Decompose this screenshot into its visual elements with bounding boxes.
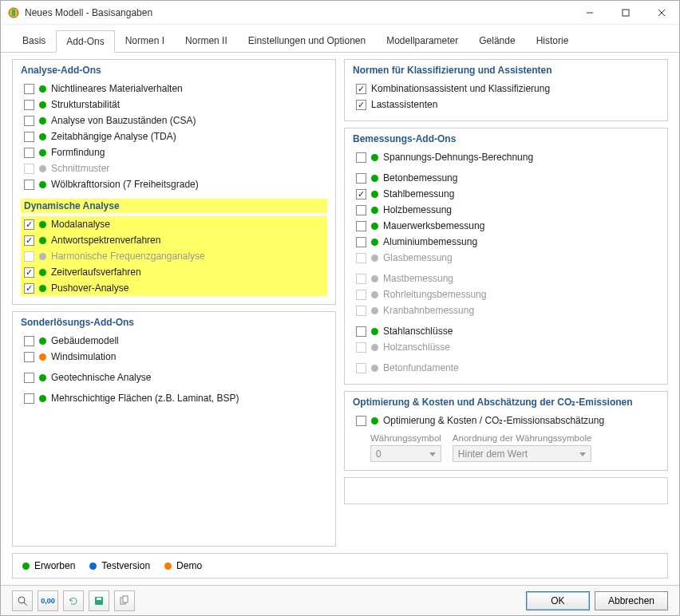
status-dot-icon — [39, 101, 46, 109]
cancel-button[interactable]: Abbrechen — [595, 591, 668, 610]
addon-label: Antwortspektrenverfahren — [51, 235, 160, 246]
group-bemessungs-addons: Bemessungs-Add-Ons Spannungs-Dehnungs-Be… — [344, 128, 668, 385]
addon-row: Gebäudemodell — [21, 333, 327, 349]
tab-normen-i[interactable]: Normen I — [115, 30, 175, 52]
addon-row: Optimierung & Kosten / CO₂-Emissionsabsc… — [353, 413, 659, 428]
addon-row: Aluminiumbemessung — [353, 234, 659, 250]
checkbox[interactable] — [24, 116, 34, 126]
addon-label: Windsimulation — [51, 351, 116, 362]
legend-testversion: Testversion — [101, 560, 150, 571]
addon-row: Glasbemessung — [353, 250, 659, 266]
legend-dot-blue — [89, 563, 97, 570]
tab-einstellungen-und-optionen[interactable]: Einstellungen und Optionen — [238, 30, 376, 52]
status-dot-icon — [371, 223, 378, 230]
status-dot-icon — [39, 221, 46, 228]
currency-order-label: Anordnung der Währungssymbole — [453, 433, 592, 443]
checkbox[interactable] — [24, 84, 34, 94]
tool-search-button[interactable] — [12, 590, 33, 611]
tab-historie[interactable]: Historie — [526, 30, 579, 52]
currency-symbol-select[interactable]: 0 — [370, 445, 441, 462]
tab-basis[interactable]: Basis — [12, 30, 56, 52]
group-sonderloesungs-addons: Sonderlösungs-Add-Ons GebäudemodellWinds… — [12, 311, 336, 547]
checkbox[interactable] — [356, 189, 366, 199]
checkbox[interactable] — [356, 326, 366, 337]
tab-gel-nde[interactable]: Gelände — [468, 30, 525, 52]
tool-refresh-button[interactable] — [63, 590, 84, 611]
checkbox — [24, 251, 34, 262]
tool-save-button[interactable] — [89, 590, 109, 611]
tab-modellparameter[interactable]: Modellparameter — [376, 30, 468, 52]
addon-row: Kranbahnbemessung — [353, 302, 659, 318]
checkbox[interactable] — [24, 219, 34, 230]
addon-label: Glasbemessung — [383, 252, 453, 263]
status-dot-icon — [39, 237, 46, 244]
checkbox[interactable] — [356, 152, 366, 163]
status-dot-icon — [371, 191, 378, 198]
legend-dot-green — [22, 563, 30, 570]
checkbox[interactable] — [24, 373, 34, 383]
currency-order-select[interactable]: Hinter dem Wert — [453, 445, 592, 462]
addon-label: Schnittmuster — [51, 163, 109, 174]
checkbox[interactable] — [24, 336, 34, 346]
status-dot-icon — [39, 353, 46, 361]
checkbox — [356, 253, 366, 263]
checkbox[interactable] — [24, 148, 34, 158]
addon-row: Windsimulation — [21, 349, 327, 365]
status-dot-icon — [371, 154, 378, 161]
checkbox[interactable] — [24, 352, 34, 362]
addon-row: Pushover-Analyse — [21, 280, 327, 296]
svg-point-6 — [18, 597, 25, 603]
addon-row: Mehrschichtige Flächen (z.B. Laminat, BS… — [21, 390, 327, 406]
status-dot-icon — [39, 165, 46, 172]
status-dot-icon — [39, 181, 46, 188]
addon-label: Modalanalyse — [51, 219, 110, 230]
checkbox[interactable] — [24, 132, 34, 142]
tab-normen-ii[interactable]: Normen II — [175, 30, 238, 52]
addon-label: Mauerwerksbemessung — [383, 220, 484, 231]
status-dot-icon — [371, 417, 378, 424]
checkbox[interactable] — [356, 84, 366, 94]
status-dot-icon — [39, 117, 46, 124]
svg-rect-1 — [12, 10, 15, 16]
addon-label: Holzbemessung — [383, 204, 452, 215]
svg-line-7 — [24, 602, 27, 606]
tool-copy-button[interactable] — [114, 590, 135, 611]
titlebar: Neues Modell - Basisangaben — [1, 1, 679, 25]
close-button[interactable] — [643, 1, 679, 24]
subtitle-dynamische-analyse: Dynamische Analyse — [21, 199, 327, 213]
checkbox[interactable] — [356, 221, 366, 231]
maximize-button[interactable] — [607, 1, 643, 24]
svg-rect-11 — [123, 596, 128, 602]
status-dot-icon — [39, 269, 46, 276]
addon-label: Gebäudemodell — [51, 335, 119, 346]
addon-row: Mastbemessung — [353, 270, 659, 286]
checkbox[interactable] — [356, 205, 366, 215]
addon-label: Aluminiumbemessung — [383, 236, 477, 247]
checkbox[interactable] — [24, 267, 34, 278]
checkbox[interactable] — [24, 393, 34, 404]
checkbox — [356, 306, 366, 316]
currency-symbol-label: Währungssymbol — [370, 433, 441, 443]
checkbox[interactable] — [356, 416, 366, 426]
tab-add-ons[interactable]: Add-Ons — [56, 30, 114, 53]
status-dot-icon — [39, 253, 46, 260]
checkbox — [356, 342, 366, 353]
checkbox[interactable] — [24, 180, 34, 190]
status-dot-icon — [39, 338, 46, 345]
addon-row: Strukturstabilität — [21, 97, 327, 113]
legend-demo: Demo — [176, 560, 202, 571]
ok-button[interactable]: OK — [526, 591, 590, 610]
checkbox[interactable] — [24, 100, 34, 110]
checkbox[interactable] — [356, 100, 366, 110]
empty-panel — [344, 477, 668, 504]
checkbox[interactable] — [24, 283, 34, 294]
checkbox[interactable] — [356, 237, 366, 247]
addon-label: Optimierung & Kosten / CO₂-Emissionsabsc… — [383, 415, 604, 426]
status-dot-icon — [39, 133, 46, 140]
bottom-bar: 0,00 OK Abbrechen — [1, 585, 679, 615]
minimize-button[interactable] — [571, 1, 607, 24]
addon-row: Rohrleitungsbemessung — [353, 286, 659, 302]
tool-units-button[interactable]: 0,00 — [38, 590, 58, 611]
checkbox[interactable] — [356, 173, 366, 184]
checkbox[interactable] — [24, 235, 34, 246]
